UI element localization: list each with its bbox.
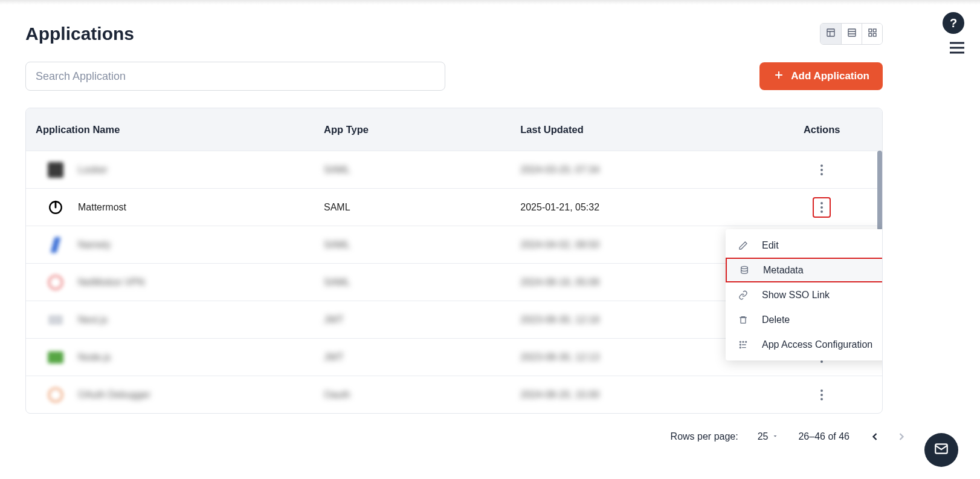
svg-point-40	[740, 347, 741, 348]
table-row[interactable]: OAuth Debugger Oauth 2024-08-20, 15:00	[26, 376, 882, 413]
svg-point-34	[741, 266, 748, 269]
app-updated-cell: 2024-03-20, 07:34	[520, 165, 761, 175]
svg-point-12	[820, 165, 823, 167]
row-actions-button[interactable]	[814, 387, 830, 403]
row-actions-dropdown: Edit Metadata Show SSO Link Delete	[726, 229, 883, 360]
rows-per-page-label: Rows per page:	[671, 431, 738, 442]
question-icon: ?	[950, 16, 957, 30]
dropdown-item-edit[interactable]: Edit	[726, 233, 883, 258]
mail-icon	[933, 441, 949, 459]
svg-point-30	[820, 360, 823, 363]
app-type-cell: SAML	[324, 240, 520, 250]
app-icon	[47, 273, 65, 292]
svg-rect-3	[848, 29, 856, 36]
caret-down-icon	[772, 431, 779, 442]
database-icon	[739, 266, 750, 275]
svg-point-31	[820, 389, 823, 392]
app-icon	[47, 311, 65, 329]
dropdown-item-delete[interactable]: Delete	[726, 307, 883, 332]
svg-point-13	[820, 169, 823, 171]
hamburger-menu-button[interactable]	[949, 41, 965, 57]
svg-point-33	[820, 398, 823, 400]
view-list-button[interactable]	[841, 24, 862, 44]
view-toggle	[820, 23, 883, 45]
row-actions-button[interactable]	[813, 197, 831, 218]
app-type-cell: JWT	[324, 314, 520, 325]
page-range: 26–46 of 46	[798, 431, 849, 442]
dropdown-item-label: App Access Configuration	[762, 339, 872, 350]
app-type-cell: SAML	[324, 277, 520, 288]
table-layout-icon	[826, 28, 836, 40]
svg-point-38	[746, 341, 747, 342]
col-header-updated: Last Updated	[520, 124, 761, 135]
dropdown-item-metadata[interactable]: Metadata	[726, 258, 883, 282]
dropdown-item-app-access[interactable]: App Access Configuration BETA	[726, 332, 883, 357]
svg-point-37	[743, 341, 744, 342]
app-icon	[47, 236, 65, 254]
dropdown-item-label: Delete	[762, 314, 790, 325]
table-body: Looker SAML 2024-03-20, 07:34 Mattermost…	[26, 151, 882, 413]
app-name-cell: Next.js	[78, 314, 108, 325]
svg-point-17	[820, 206, 823, 209]
dropdown-item-sso[interactable]: Show SSO Link	[726, 282, 883, 307]
link-icon	[738, 290, 749, 300]
app-icon	[47, 348, 65, 367]
prev-page-button[interactable]	[869, 431, 881, 443]
feedback-button[interactable]	[924, 433, 958, 467]
app-type-cell: JWT	[324, 352, 520, 363]
app-name-cell: Node.js	[78, 352, 111, 363]
scrollbar-thumb[interactable]	[877, 151, 882, 230]
app-icon	[47, 161, 65, 179]
dropdown-item-label: Show SSO Link	[762, 290, 830, 301]
app-name-cell: Looker	[78, 165, 108, 175]
rows-per-page-value: 25	[758, 431, 769, 442]
app-type-cell: SAML	[324, 202, 520, 213]
dropdown-item-label: Edit	[762, 240, 779, 251]
applications-table: Application Name App Type Last Updated A…	[25, 108, 883, 414]
mattermost-icon	[47, 198, 65, 217]
app-name-cell: Mattermost	[78, 202, 126, 213]
app-type-cell: SAML	[324, 165, 520, 175]
col-header-type: App Type	[324, 124, 520, 135]
app-updated-cell: 2025-01-21, 05:32	[520, 202, 761, 213]
app-type-cell: Oauth	[324, 389, 520, 400]
next-page-button[interactable]	[895, 431, 907, 443]
svg-point-14	[820, 173, 823, 175]
app-name-cell: NetMotion VPN	[78, 277, 144, 288]
row-actions-button[interactable]	[814, 162, 830, 178]
table-header-row: Application Name App Type Last Updated A…	[26, 108, 882, 151]
table-row[interactable]: Mattermost SAML 2025-01-21, 05:32	[26, 188, 882, 226]
svg-point-36	[740, 341, 741, 342]
grid-layout-icon	[868, 28, 877, 40]
help-button[interactable]: ?	[943, 12, 964, 34]
table-row[interactable]: Looker SAML 2024-03-20, 07:34	[26, 151, 882, 188]
pencil-icon	[738, 241, 749, 250]
app-name-cell: OAuth Debugger	[78, 389, 150, 400]
app-icon	[47, 386, 65, 404]
col-header-name: Application Name	[26, 124, 324, 135]
add-application-button[interactable]: Add Application	[759, 62, 883, 90]
search-input[interactable]	[25, 62, 445, 91]
svg-rect-35	[741, 318, 746, 323]
pagination-bar: Rows per page: 25 26–46 of 46	[671, 431, 907, 443]
svg-rect-8	[869, 33, 872, 36]
rows-per-page-select[interactable]: 25	[758, 431, 779, 442]
svg-rect-6	[869, 29, 872, 32]
col-header-actions: Actions	[761, 124, 882, 135]
svg-point-39	[740, 344, 741, 345]
top-gradient	[0, 0, 980, 5]
svg-rect-7	[873, 29, 876, 32]
svg-rect-9	[873, 33, 876, 36]
view-table-button[interactable]	[820, 24, 841, 44]
svg-point-32	[820, 394, 823, 396]
view-grid-button[interactable]	[862, 24, 882, 44]
app-name-cell: Namely	[78, 240, 111, 250]
svg-rect-0	[827, 29, 834, 36]
app-updated-cell: 2024-08-20, 15:00	[520, 389, 761, 400]
page-title: Applications	[25, 24, 134, 44]
app-access-icon	[738, 340, 749, 350]
dropdown-item-label: Metadata	[763, 265, 804, 276]
trash-icon	[738, 315, 749, 325]
plus-icon	[773, 69, 785, 84]
svg-point-16	[820, 202, 823, 204]
